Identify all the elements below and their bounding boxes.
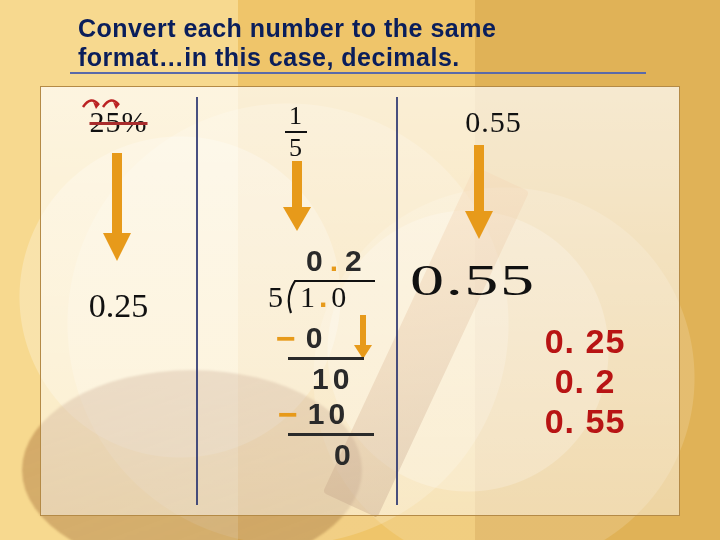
- svg-marker-5: [283, 207, 311, 231]
- title-line-2: format…in this case, decimals.: [78, 43, 720, 72]
- dividend-decimal-point-icon: .: [317, 280, 331, 313]
- dividend-digit: 0: [331, 280, 348, 313]
- svg-marker-3: [103, 233, 131, 261]
- percent-value: 25%: [41, 105, 196, 139]
- fraction-display: 1 5: [285, 103, 307, 161]
- svg-rect-2: [112, 153, 122, 233]
- division-rule: [288, 357, 364, 360]
- minus-icon: −: [278, 395, 308, 433]
- answer-item: 0. 55: [500, 401, 670, 441]
- page-title: Convert each number to the same format…i…: [0, 0, 720, 76]
- column-fraction: 1 5 0.2 5 1.0: [196, 87, 396, 515]
- down-arrow-icon: [461, 145, 497, 241]
- title-line-1: Convert each number to the same: [78, 14, 720, 43]
- content-panel: 25% 0.25 1 5 0.2: [40, 86, 680, 516]
- column-percent: 25% 0.25: [41, 87, 196, 515]
- divisor: 5: [268, 281, 283, 313]
- quotient: 0.2: [306, 245, 366, 277]
- svg-rect-4: [292, 161, 302, 207]
- answer-list: 0. 25 0. 2 0. 55: [500, 321, 670, 441]
- percent-struck: 25%: [90, 105, 148, 138]
- decimal-value: 0.55: [306, 105, 681, 139]
- division-rule: [288, 433, 374, 436]
- down-arrow-icon: [99, 153, 135, 263]
- minus-icon: −: [276, 319, 306, 357]
- quotient-digit: 2: [345, 244, 366, 277]
- fraction-denominator: 5: [285, 133, 307, 161]
- svg-marker-9: [465, 211, 493, 239]
- percent-decimal-result: 0.25: [41, 287, 196, 325]
- step-value: 10: [308, 397, 349, 430]
- dividend: 1.0: [300, 281, 348, 313]
- answer-item: 0. 2: [500, 361, 670, 401]
- fraction-numerator: 1: [285, 103, 307, 131]
- column-decimal: 0.55 0.55 0. 25 0. 2 0. 55: [396, 87, 681, 515]
- dividend-digit: 1: [300, 280, 317, 313]
- answer-item: 0. 25: [500, 321, 670, 361]
- step-value: 0: [306, 321, 327, 354]
- quotient-digit: 0: [306, 244, 327, 277]
- title-underline: [70, 72, 646, 74]
- decimal-result-large: 0.55: [410, 255, 536, 306]
- down-arrow-icon: [280, 161, 314, 233]
- svg-rect-8: [474, 145, 484, 211]
- quotient-decimal-point-icon: .: [327, 244, 345, 277]
